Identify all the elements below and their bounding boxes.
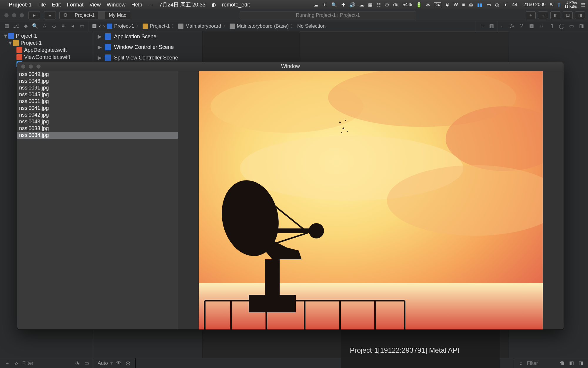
ring-icon[interactable]: ◎ (125, 360, 132, 366)
insp-bindings-icon[interactable]: ▭ (568, 23, 575, 29)
app-file-list[interactable]: nssl0049.jpgnssl0046.jpgnssl0091.jpgnssl… (17, 71, 178, 329)
scheme-selector[interactable]: ⚙ Project-1 My Mac (59, 11, 130, 19)
crumb-3[interactable]: Main.storyboard (Base) (237, 23, 289, 29)
outline-row[interactable]: ▶Split View Controller Scene (94, 52, 203, 63)
list-item[interactable]: nssl0045.jpg (17, 91, 178, 98)
cloud-icon[interactable]: ☁ (359, 2, 364, 8)
crumb-0[interactable]: Project-1 (114, 23, 134, 29)
remote-edit-icon[interactable]: ◐ (211, 1, 216, 8)
list-item[interactable]: nssl0034.jpg (17, 132, 178, 139)
circle-icon[interactable]: ◎ (469, 2, 473, 8)
menu-help[interactable]: Help (131, 2, 142, 8)
code-review-button[interactable]: ⇆ (538, 11, 548, 19)
res-label[interactable]: 2160 2009 (523, 2, 546, 7)
battery-label[interactable]: 54% (402, 2, 412, 7)
scm-icon[interactable]: ▭ (83, 360, 90, 366)
eye-icon[interactable]: 👁 (115, 360, 122, 366)
group-row[interactable]: ▼Project-1 (0, 39, 94, 47)
insp-size-icon[interactable]: ▯ (548, 23, 555, 29)
project-root[interactable]: ▼Project-1 (0, 32, 94, 39)
mem-icon[interactable]: ▯ (558, 2, 560, 8)
wechat-icon[interactable]: ☯ (445, 2, 450, 8)
control-center-icon[interactable]: ☲ (581, 2, 585, 8)
fan-icon[interactable]: ✲ (426, 2, 430, 8)
editor-mode-icon[interactable]: ≡ (479, 23, 485, 29)
grid-icon[interactable]: ▦ (368, 2, 372, 8)
menu-edit[interactable]: Edit (52, 2, 61, 8)
add-button[interactable]: ＋ (4, 360, 11, 367)
file-row[interactable]: AppDelegate.swift (0, 47, 94, 54)
insp-history-icon[interactable]: ◷ (508, 23, 515, 29)
nav-breakpoints-icon[interactable]: ◂ (69, 23, 76, 29)
flag-icon[interactable]: ▭ (487, 2, 491, 8)
battery-icon[interactable]: 🔋 (416, 2, 422, 8)
file-row[interactable]: ViewController.swift (0, 54, 94, 61)
console-filter-input[interactable] (527, 360, 556, 366)
menu-window[interactable]: Window (107, 2, 126, 8)
trash-icon[interactable]: 🗑 (559, 360, 566, 366)
menu-format[interactable]: Format (67, 2, 83, 8)
app-titlebar[interactable]: Window (17, 62, 564, 71)
nav-debug-icon[interactable]: ≡ (60, 23, 66, 29)
sync-icon[interactable]: ↻ (550, 2, 554, 8)
recent-icon[interactable]: ◷ (74, 360, 81, 366)
list-item[interactable]: nssl0042.jpg (17, 112, 178, 118)
plus-icon[interactable]: ✚ (341, 2, 345, 8)
insp-help-icon[interactable]: ? (518, 23, 525, 29)
menu-icon[interactable]: ≡ (462, 2, 465, 7)
temp-label[interactable]: 44° (512, 2, 519, 7)
nav-back-icon[interactable]: ‹ (99, 23, 101, 29)
insp-attributes-icon[interactable]: ⟐ (538, 23, 545, 29)
panel-left-button[interactable]: ◧ (550, 11, 560, 19)
navigator-filter-input[interactable] (22, 360, 52, 366)
outline-row[interactable]: ▶Application Scene (94, 31, 203, 42)
temp-icon[interactable]: 🌡 (503, 2, 508, 7)
remote-edit-label[interactable]: remote_edit (222, 2, 250, 8)
menu-view[interactable]: View (89, 2, 101, 8)
nav-source-icon[interactable]: ⎇ (13, 23, 19, 29)
menubar-date[interactable]: 7月24日 周五 20:33 (159, 1, 206, 8)
insp-file-icon[interactable]: ▫ (498, 23, 505, 29)
insp-connections-icon[interactable]: ◯ (558, 23, 565, 29)
nav-tests-icon[interactable]: ◇ (51, 23, 57, 29)
panel-bottom-button[interactable]: ⬓ (563, 11, 573, 19)
close-icon[interactable] (4, 13, 9, 18)
calendar-icon[interactable]: 24 (434, 2, 441, 7)
globe-icon[interactable]: ☉ (385, 2, 389, 8)
layout-icon[interactable]: ☷ (377, 2, 381, 8)
editor-options-icon[interactable]: ▥ (488, 23, 495, 29)
library-plus-button[interactable]: ＋ (526, 11, 536, 19)
insp-effects-icon[interactable]: ◨ (578, 23, 585, 29)
list-item[interactable]: nssl0049.jpg (17, 71, 178, 78)
volume-icon[interactable]: 🔊 (349, 2, 355, 8)
bars-icon[interactable]: ▮▮ (477, 2, 482, 8)
insp-identity-icon[interactable]: ▦ (528, 23, 535, 29)
list-item[interactable]: nssl0051.jpg (17, 98, 178, 105)
zoom-icon[interactable] (19, 13, 24, 18)
nav-project-icon[interactable]: ▤ (4, 23, 10, 29)
list-item[interactable]: nssl0043.jpg (17, 118, 178, 125)
minimize-icon[interactable] (12, 13, 16, 18)
list-item[interactable]: nssl0033.jpg (17, 125, 178, 132)
run-button[interactable] (28, 11, 40, 19)
menu-file[interactable]: File (37, 2, 46, 8)
crumb-4[interactable]: No Selection (297, 23, 325, 29)
nav-find-icon[interactable]: 🔍 (32, 23, 38, 29)
menuextra-dots-icon[interactable]: ⋯ (148, 1, 153, 8)
wifi-icon[interactable]: ᯤ (323, 2, 327, 7)
nav-reports-icon[interactable]: ▭ (79, 23, 85, 29)
crumb-2[interactable]: Main.storyboard (185, 23, 221, 29)
status-icon-1[interactable]: ☁ (314, 2, 318, 8)
related-items-icon[interactable]: ▦ (92, 23, 97, 29)
du-icon[interactable]: du (393, 2, 398, 7)
clock-icon[interactable]: ◷ (495, 2, 499, 8)
panel-right-button[interactable]: ◨ (575, 11, 585, 19)
panel-right-icon[interactable]: ◨ (577, 360, 584, 366)
w-icon[interactable]: W (454, 2, 458, 7)
nav-issues-icon[interactable]: △ (41, 23, 48, 29)
stop-button[interactable] (44, 11, 56, 19)
outline-row[interactable]: ▶Window Controller Scene (94, 42, 203, 52)
crumb-1[interactable]: Project-1 (150, 23, 170, 29)
net-speed[interactable]: 4 KB/s11 KB/s (564, 1, 577, 8)
panel-left-icon[interactable]: ◧ (568, 360, 575, 366)
